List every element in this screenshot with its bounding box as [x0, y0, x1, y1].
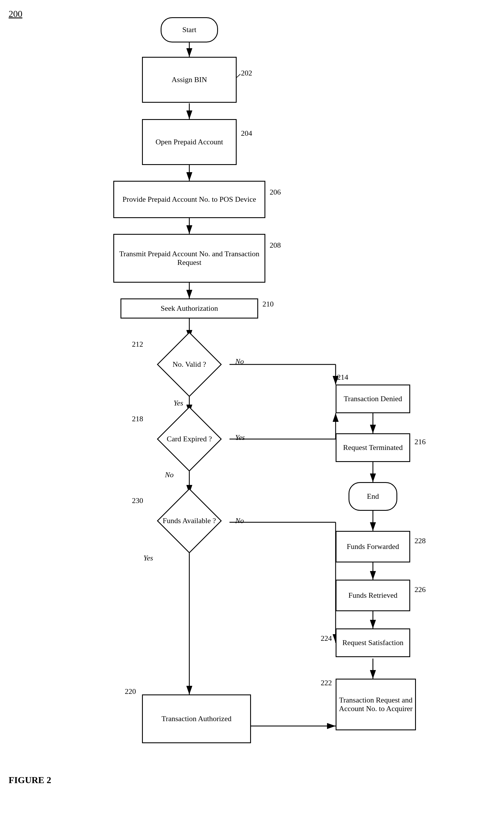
transmit-prepaid-node: Transmit Prepaid Account No. and Transac…: [113, 234, 265, 283]
card-expired-label: Card Expired ?: [167, 435, 212, 443]
transaction-authorized-label: Transaction Authorized: [162, 714, 232, 723]
request-terminated-label: Request Terminated: [343, 443, 403, 452]
request-satisfaction-node: Request Satisfaction: [336, 629, 410, 657]
transaction-authorized-tag: 220: [125, 687, 136, 696]
request-terminated-tag: 216: [415, 438, 426, 446]
assign-bin-node: Assign BIN: [142, 57, 237, 103]
seek-auth-node: Seek Authorization: [120, 299, 258, 319]
request-satisfaction-tag: 224: [321, 634, 332, 643]
transaction-request-acquirer-tag: 222: [321, 679, 332, 687]
transmit-prepaid-tag: 208: [270, 241, 281, 250]
request-terminated-node: Request Terminated: [336, 433, 410, 462]
card-expired-tag: 218: [132, 415, 143, 423]
funds-retrieved-tag: 226: [415, 586, 426, 594]
no-valid-label: No. Valid ?: [173, 360, 206, 368]
funds-available-tag: 230: [132, 496, 143, 505]
transaction-request-acquirer-label: Transaction Request and Account No. to A…: [336, 696, 415, 713]
funds-forwarded-label: Funds Forwarded: [347, 542, 399, 551]
card-expired-diamond: Card Expired ?: [149, 413, 230, 465]
transaction-denied-node: Transaction Denied: [336, 384, 410, 413]
open-prepaid-node: Open Prepaid Account: [142, 119, 237, 165]
funds-available-yes-label: Yes: [144, 554, 153, 562]
request-satisfaction-label: Request Satisfaction: [342, 639, 403, 647]
assign-bin-tag: 202: [241, 69, 252, 77]
flowchart-arrows: [0, 0, 504, 823]
card-expired-no-label: No: [165, 471, 174, 479]
funds-available-diamond: Funds Available ?: [149, 494, 230, 548]
funds-retrieved-node: Funds Retrieved: [336, 580, 410, 611]
no-valid-tag: 212: [132, 340, 143, 349]
no-valid-no-label: No: [235, 357, 244, 366]
transmit-prepaid-label: Transmit Prepaid Account No. and Transac…: [114, 250, 264, 267]
provide-prepaid-tag: 206: [270, 188, 281, 197]
no-valid-yes-label: Yes: [174, 399, 183, 407]
card-expired-yes-label: Yes: [235, 433, 245, 442]
funds-forwarded-tag: 228: [415, 537, 426, 545]
funds-forwarded-node: Funds Forwarded: [336, 531, 410, 562]
transaction-denied-tag: 214: [337, 373, 348, 382]
figure-number: 200: [9, 9, 22, 19]
end-node: End: [348, 482, 397, 511]
transaction-denied-label: Transaction Denied: [344, 394, 402, 403]
end-label: End: [367, 492, 379, 501]
transaction-authorized-node: Transaction Authorized: [142, 694, 251, 743]
provide-prepaid-label: Provide Prepaid Account No. to POS Devic…: [122, 195, 256, 204]
transaction-request-acquirer-node: Transaction Request and Account No. to A…: [336, 679, 416, 730]
open-prepaid-tag: 204: [241, 129, 252, 138]
figure-label: FIGURE 2: [9, 775, 51, 785]
seek-auth-label: Seek Authorization: [161, 304, 218, 313]
assign-bin-label: Assign BIN: [172, 75, 207, 84]
svg-line-23: [237, 74, 240, 77]
funds-retrieved-label: Funds Retrieved: [348, 591, 397, 600]
start-node: Start: [161, 17, 218, 42]
no-valid-diamond: No. Valid ?: [149, 339, 230, 390]
start-label: Start: [182, 25, 196, 34]
open-prepaid-label: Open Prepaid Account: [156, 138, 223, 146]
funds-available-no-label: No: [235, 516, 244, 525]
funds-available-label: Funds Available ?: [163, 516, 216, 525]
seek-auth-tag: 210: [262, 300, 274, 309]
provide-prepaid-node: Provide Prepaid Account No. to POS Devic…: [113, 181, 265, 218]
